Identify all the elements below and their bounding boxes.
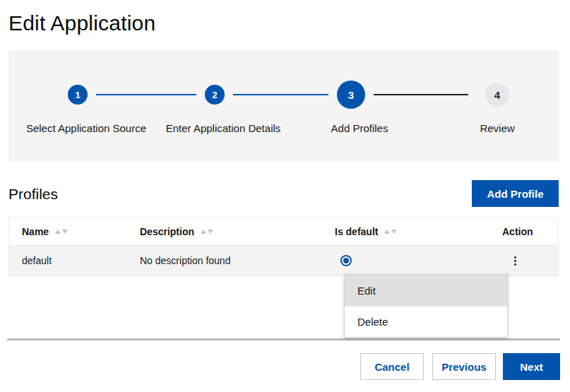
is-default-cell [322,255,481,266]
wizard-stepper: 1 2 3 4 Select Application Source Enter … [8,50,559,161]
step-label-add-profiles: Add Profiles [296,121,423,136]
radio-selected-dot [343,258,349,263]
step-circle-3[interactable]: 3 [337,81,365,109]
column-header-description[interactable]: Description [127,226,322,237]
step-number-4: 4 [494,89,500,101]
profiles-section-heading: Profiles [8,186,58,203]
column-header-description-label: Description [140,226,194,237]
column-header-name[interactable]: Name [9,226,127,237]
step-label-select-application-source: Select Application Source [23,121,150,136]
menu-item-delete[interactable]: Delete [345,306,507,337]
cancel-button[interactable]: Cancel [360,353,424,380]
add-profile-button[interactable]: Add Profile [472,180,559,207]
step-connector-2-3 [233,94,328,95]
column-header-is-default-label: Is default [335,226,378,237]
step-circle-1[interactable]: 1 [68,85,88,105]
table-header-row: Name Description Is default Action [9,218,558,246]
step-number-1: 1 [75,90,80,100]
column-header-is-default[interactable]: Is default [322,226,481,237]
step-label-enter-application-details: Enter Application Details [160,121,287,136]
step-number-2: 2 [212,90,217,100]
step-connector-1-2 [96,94,196,95]
sort-icon [201,230,213,234]
column-header-name-label: Name [22,226,49,237]
row-actions-menu: Edit Delete [344,274,508,338]
profiles-table: Name Description Is default Action defau… [8,217,559,276]
step-circle-2[interactable]: 2 [205,85,225,105]
step-number-3: 3 [348,89,354,101]
profile-description-cell: No description found [127,255,322,266]
column-header-action: Action [481,226,558,237]
step-connector-3-4 [374,94,468,95]
row-actions-kebab-icon[interactable] [508,252,522,269]
next-button[interactable]: Next [503,353,560,380]
step-label-review: Review [434,121,561,136]
menu-item-edit[interactable]: Edit [345,275,507,306]
action-cell [481,252,558,269]
sort-icon [384,230,397,234]
step-circle-4: 4 [485,83,509,107]
page-title: Edit Application [8,11,155,35]
profile-name-cell: default [9,255,127,266]
is-default-radio[interactable] [340,255,352,266]
previous-button[interactable]: Previous [432,353,496,380]
footer-divider [7,338,560,340]
table-row: default No description found [9,246,558,275]
sort-icon [55,230,68,234]
edit-application-page: Edit Application 1 2 3 4 Select Applicat… [0,0,570,392]
column-header-action-label: Action [502,226,533,237]
